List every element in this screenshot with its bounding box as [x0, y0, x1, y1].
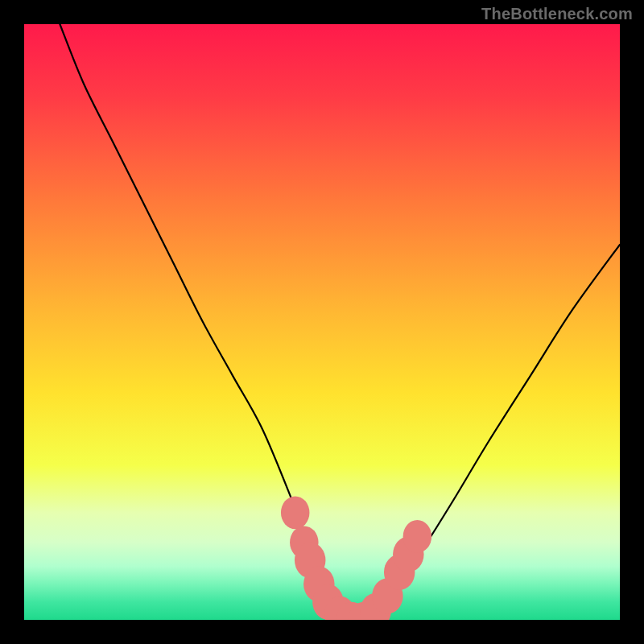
curve-layer [24, 24, 620, 620]
curve-marker [281, 496, 310, 529]
curve-markers [281, 496, 431, 620]
chart-frame: TheBottleneck.com [0, 0, 644, 644]
curve-marker [403, 520, 432, 553]
bottleneck-curve [60, 24, 620, 620]
plot-area [24, 24, 620, 620]
watermark-text: TheBottleneck.com [481, 5, 633, 23]
